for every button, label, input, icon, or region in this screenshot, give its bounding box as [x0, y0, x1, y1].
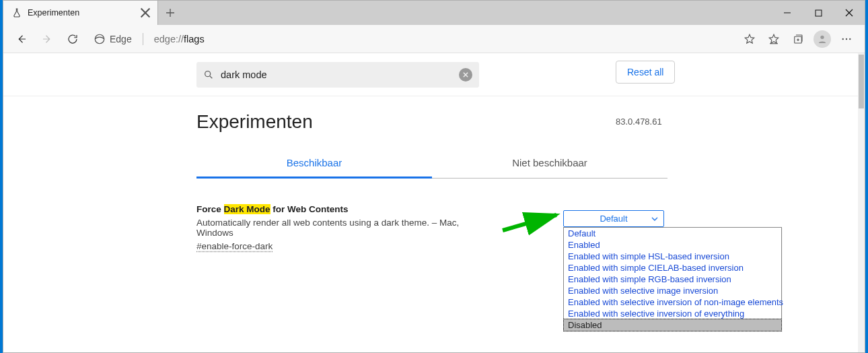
tab-unavailable[interactable]: Niet beschikbaar: [432, 149, 667, 179]
address-bar[interactable]: Edge edge://flags: [87, 28, 735, 50]
flag-select[interactable]: Default: [563, 210, 664, 227]
address-separator: [143, 33, 143, 45]
svg-point-5: [846, 38, 847, 39]
dropdown-option[interactable]: Enabled: [564, 239, 781, 251]
collections-button[interactable]: [787, 28, 809, 51]
window-minimize-button[interactable]: [772, 1, 803, 25]
forward-button[interactable]: [36, 28, 59, 51]
flag-anchor[interactable]: #enable-force-dark: [196, 241, 273, 251]
brand-label: Edge: [110, 34, 132, 44]
toolbar: Edge edge://flags: [3, 25, 865, 53]
flag-select-value: Default: [600, 214, 627, 224]
search-box[interactable]: [196, 62, 479, 88]
dropdown-option[interactable]: Enabled with selective inversion of ever…: [564, 308, 781, 319]
heading-row: Experimenten 83.0.478.61: [3, 96, 858, 133]
refresh-button[interactable]: [61, 28, 84, 51]
new-tab-button[interactable]: [158, 1, 182, 25]
dropdown-option[interactable]: Enabled with selective inversion of non-…: [564, 296, 781, 308]
page-title: Experimenten: [196, 111, 858, 133]
flag-item: Force Dark Mode for Web Contents Automat…: [196, 204, 667, 252]
search-icon: [203, 69, 214, 80]
flag-dropdown[interactable]: DefaultEnabledEnabled with simple HSL-ba…: [563, 227, 782, 331]
content-tabs: Beschikbaar Niet beschikbaar: [196, 149, 667, 179]
annotation-arrow-icon: [499, 207, 567, 240]
scrollbar[interactable]: [858, 53, 865, 352]
svg-rect-0: [816, 10, 822, 16]
search-input[interactable]: [221, 69, 452, 80]
address-text: edge://flags: [154, 34, 205, 44]
svg-point-7: [205, 71, 211, 76]
page-content: Reset all Experimenten 83.0.478.61 Besch…: [3, 53, 858, 352]
edge-icon: [94, 33, 106, 45]
flag-description: Automatically render all web contents us…: [196, 218, 493, 238]
profile-button[interactable]: [811, 28, 834, 51]
version-label: 83.0.478.61: [616, 117, 662, 127]
back-button[interactable]: [10, 28, 33, 51]
window-maximize-button[interactable]: [803, 1, 834, 25]
tab-available[interactable]: Beschikbaar: [196, 149, 432, 179]
svg-line-8: [503, 215, 556, 230]
titlebar: Experimenten: [3, 1, 865, 25]
search-row: Reset all: [3, 53, 858, 96]
dropdown-option[interactable]: Enabled with simple CIELAB-based inversi…: [564, 262, 781, 274]
clear-search-button[interactable]: [459, 68, 472, 82]
svg-point-6: [849, 38, 851, 39]
svg-point-4: [842, 38, 844, 39]
edge-brand: Edge: [94, 33, 132, 45]
svg-point-1: [95, 34, 104, 44]
browser-window: Experimenten: [3, 0, 865, 353]
tab-close-button[interactable]: [140, 7, 151, 18]
dropdown-option[interactable]: Enabled with simple RGB-based inversion: [564, 274, 781, 285]
dropdown-option[interactable]: Enabled with selective image inversion: [564, 285, 781, 296]
scrollbar-thumb[interactable]: [859, 55, 864, 108]
dropdown-option[interactable]: Default: [564, 228, 781, 239]
dropdown-option[interactable]: Enabled with simple HSL-based inversion: [564, 251, 781, 262]
menu-button[interactable]: [835, 28, 858, 51]
svg-point-3: [820, 35, 824, 38]
flask-icon: [11, 7, 22, 18]
window-close-button[interactable]: [834, 1, 865, 25]
chevron-down-icon: [651, 216, 658, 222]
favorite-star-button[interactable]: [738, 28, 761, 51]
avatar-icon: [813, 30, 831, 48]
favorites-bar-button[interactable]: [762, 28, 785, 51]
dropdown-option[interactable]: Disabled: [563, 319, 782, 331]
reset-all-button[interactable]: Reset all: [616, 61, 675, 84]
browser-tab[interactable]: Experimenten: [3, 1, 158, 25]
tab-title: Experimenten: [28, 8, 135, 18]
